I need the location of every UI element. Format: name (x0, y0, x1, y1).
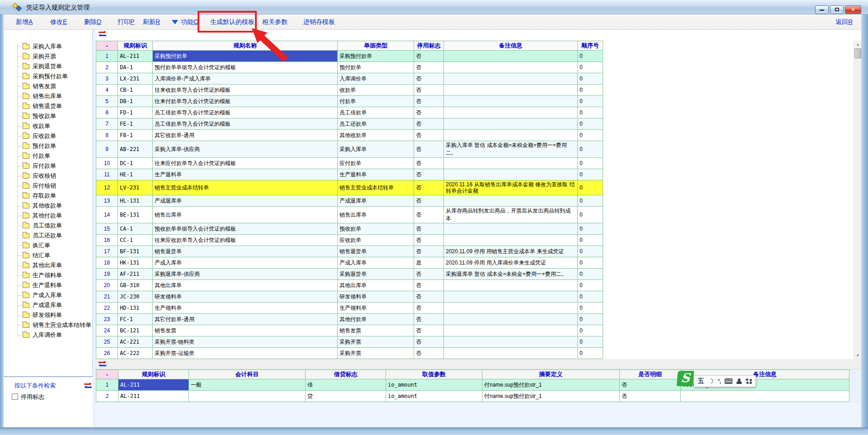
rules-cell-type[interactable]: 应付款单 (338, 158, 414, 169)
rules-cell-name[interactable]: 其他出库单 (153, 280, 338, 291)
rules-cell-code[interactable]: FB-1 (118, 130, 153, 141)
rules-cell-code[interactable]: FE-1 (118, 118, 153, 130)
rules-cell-type[interactable]: 应收款单 (338, 235, 414, 246)
rules-cell-name[interactable]: 往来付款单导入会计凭证的模板 (153, 96, 338, 107)
rules-cell-note[interactable] (444, 280, 578, 291)
rules-cell-note[interactable] (444, 195, 578, 207)
tree-item-3[interactable]: 采购退货单 (4, 61, 93, 71)
rules-cell-stop[interactable]: 是 (414, 257, 444, 269)
tree-item-27[interactable]: 产成退库单 (4, 300, 93, 310)
rules-cell-name[interactable]: 研发领料单 (153, 291, 338, 303)
rules-row-5[interactable]: 5DB-1往来付款单导入会计凭证的模板付款单否0 (96, 96, 603, 107)
rules-cell-note[interactable] (444, 118, 578, 130)
rules-cell-code[interactable]: HK-131 (118, 257, 153, 269)
rules-cell-stop[interactable]: 否 (414, 314, 444, 325)
rules-cell-type[interactable]: 预付款单 (338, 62, 414, 73)
rules-cell-code[interactable]: HE-1 (118, 169, 153, 180)
rules-cell-stop[interactable]: 否 (414, 158, 444, 169)
rules-cell-note[interactable]: 采购入库单 暂估 成本金额=未税金额+费用一+费用二。 (444, 141, 578, 158)
tree-item-16[interactable]: 存取款单 (4, 191, 93, 201)
rules-cell-code[interactable]: AC-221 (118, 336, 153, 348)
rules-cell-stop[interactable]: 否 (414, 269, 444, 280)
rules-row-11[interactable]: 11HE-1生产退料单生产退料单否0 (96, 169, 603, 180)
tree-item-12[interactable]: 付款单 (4, 151, 93, 161)
rules-cell-type[interactable]: 其他收款单 (338, 130, 414, 141)
tree-item-30[interactable]: 入库调价单 (4, 330, 93, 340)
vertical-scrollbar[interactable]: ▲ ▼ (854, 41, 861, 359)
detail-cell-dc[interactable]: 借 (306, 379, 386, 391)
tree-item-22[interactable]: 结汇单 (4, 251, 93, 260)
toolbar-item-3[interactable]: 删除D (84, 18, 101, 26)
scroll-up-arrow[interactable]: ▲ (854, 41, 861, 48)
rules-cell-type[interactable]: 产成入库单 (338, 257, 414, 269)
rules-row-4[interactable]: 4CB-1往来收款单导入会计凭证的模板收款单否0 (96, 85, 603, 96)
rules-cell-stop[interactable]: 否 (414, 130, 444, 141)
rules-row-14[interactable]: 14BE-131销售出库单销售出库单否从库存商品转到发出商品，开票后从发出商品转… (96, 207, 603, 223)
detail-cell-subject[interactable]: 一般 (189, 379, 306, 391)
rules-cell-seq[interactable]: 0 (578, 207, 603, 223)
rules-cell-code[interactable]: JC-230 (118, 291, 153, 303)
rules-column-header-2[interactable]: 规则标识 (118, 41, 153, 51)
detail-cell-summary[interactable]: 付name.sup预付款str_1 (482, 391, 620, 402)
rules-cell-note[interactable]: 2020.11.16 从取销售出库单成本金额 修改为直接取 结转单合计金额 (444, 180, 578, 195)
rules-cell-rownum[interactable]: 7 (96, 118, 118, 130)
rules-cell-note[interactable] (444, 73, 578, 85)
rules-row-23[interactable]: 23FC-1其它付款单-通用其他付款单否0 (96, 314, 603, 325)
rules-row-12[interactable]: 12LV-231销售主营业成本结转单销售主营业成本结转单否2020.11.16 … (96, 180, 603, 195)
rules-cell-note[interactable] (444, 325, 578, 336)
detail-cell-detail[interactable]: 否 (620, 391, 681, 402)
rules-row-15[interactable]: 15CA-1预收款单单据导入会计凭证的模板预收款单否0 (96, 223, 603, 235)
rules-cell-type[interactable]: 付款单 (338, 96, 414, 107)
rules-cell-stop[interactable]: 否 (414, 169, 444, 180)
scrollbar-thumb[interactable] (854, 48, 861, 58)
rules-row-25[interactable]: 25AC-221采购开票-物料类采购开票否0 (96, 336, 603, 348)
rules-cell-stop[interactable]: 否 (414, 62, 444, 73)
rules-cell-code[interactable]: CB-1 (118, 85, 153, 96)
rules-cell-seq[interactable]: 0 (578, 107, 603, 118)
tree-item-2[interactable]: 采购开票 (4, 52, 93, 61)
rules-cell-note[interactable] (444, 336, 578, 348)
rules-cell-rownum[interactable]: 19 (96, 269, 118, 280)
rules-cell-seq[interactable]: 0 (578, 180, 603, 195)
rules-column-header-1[interactable]: - (96, 41, 118, 51)
rules-cell-seq[interactable]: 0 (578, 73, 603, 85)
rules-cell-rownum[interactable]: 4 (96, 85, 118, 96)
toolbar-item-9[interactable]: 进销存模板 (303, 18, 335, 26)
rules-row-13[interactable]: 13HL-131产成退库单产成退库单否0 (96, 195, 603, 207)
rules-cell-rownum[interactable]: 25 (96, 336, 118, 348)
rules-cell-seq[interactable]: 0 (578, 85, 603, 96)
rules-cell-type[interactable]: 销售发票 (338, 325, 414, 336)
close-button[interactable]: ✕ (845, 5, 861, 14)
rules-cell-rownum[interactable]: 20 (96, 280, 118, 291)
rules-cell-name[interactable]: 销售出库单 (153, 207, 338, 223)
rules-cell-note[interactable] (444, 85, 578, 96)
rules-cell-name[interactable]: 生产退料单 (153, 169, 338, 180)
rules-cell-note[interactable] (444, 51, 578, 62)
rules-cell-code[interactable]: LX-231 (118, 73, 153, 85)
grid-swap-icon[interactable] (99, 31, 107, 37)
rules-cell-type[interactable]: 入库调价单 (338, 73, 414, 85)
maximize-button[interactable] (830, 5, 844, 14)
rules-cell-type[interactable]: 其他出库单 (338, 280, 414, 291)
rules-cell-seq[interactable]: 0 (578, 235, 603, 246)
rules-cell-code[interactable]: HD-131 (118, 303, 153, 314)
rules-cell-stop[interactable]: 否 (414, 85, 444, 96)
rules-cell-rownum[interactable]: 26 (96, 348, 118, 359)
ime-fullhalf-moon-icon[interactable]: ☽ (708, 378, 714, 385)
detail-column-header-3[interactable]: 会计科目 (189, 370, 306, 379)
tree-item-25[interactable]: 生产退料单 (4, 280, 93, 290)
rules-row-6[interactable]: 6FD-1员工借款单导入会计凭证的模板员工借款单否0 (96, 107, 603, 118)
rules-cell-name[interactable]: 采购开票-运输类 (153, 348, 338, 359)
rules-cell-code[interactable]: LV-231 (118, 180, 153, 195)
rules-cell-rownum[interactable]: 24 (96, 325, 118, 336)
rules-cell-rownum[interactable]: 18 (96, 257, 118, 269)
rules-cell-rownum[interactable]: 9 (96, 141, 118, 158)
rules-cell-stop[interactable]: 否 (414, 96, 444, 107)
rules-cell-rownum[interactable]: 1 (96, 51, 118, 62)
rules-cell-name[interactable]: 销售主营业成本结转单 (153, 180, 338, 195)
rules-cell-type[interactable]: 销售主营业成本结转单 (338, 180, 414, 195)
rules-cell-stop[interactable]: 否 (414, 280, 444, 291)
stop-flag-checkbox[interactable] (12, 393, 18, 400)
rules-row-19[interactable]: 19AF-211采购退库单-供应商采购退货单否采购退库单 暂估 成本金=未税金+… (96, 269, 603, 280)
rules-row-24[interactable]: 24BC-121销售发票销售发票否0 (96, 325, 603, 336)
